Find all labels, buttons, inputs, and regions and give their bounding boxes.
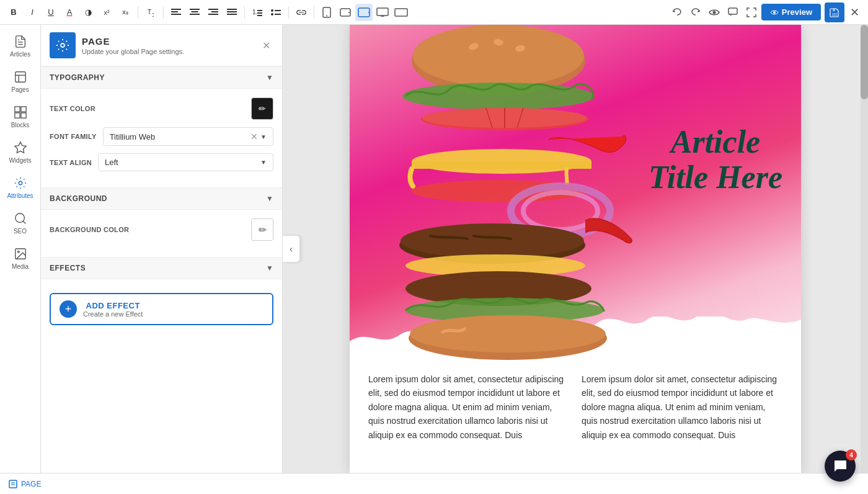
page-header-title: PAGE — [82, 36, 252, 47]
svg-rect-9 — [208, 9, 218, 10]
canvas-scrollbar-track[interactable] — [861, 25, 868, 473]
sidebar-item-widgets[interactable]: Widgets — [3, 136, 38, 169]
text-align-select[interactable]: Left ▼ — [98, 153, 273, 171]
article-title-line2: Title Here — [649, 159, 782, 195]
link-button[interactable] — [293, 4, 310, 21]
text-align-value: Left — [105, 158, 257, 167]
svg-rect-44 — [20, 113, 25, 118]
svg-rect-22 — [275, 14, 281, 15]
align-justify-button[interactable] — [223, 4, 241, 21]
sidebar-page-header: PAGE Update your global Page settings. ✕ — [41, 25, 282, 66]
svg-point-19 — [271, 9, 273, 12]
underline-button[interactable]: U — [42, 4, 60, 21]
typography-section-header[interactable]: TYPOGRAPHY ▼ — [41, 66, 282, 89]
main-area: Articles Pages Blocks W — [0, 25, 868, 473]
nav-pages-label: Pages — [11, 86, 29, 93]
bg-color-swatch[interactable]: ✏ — [251, 218, 273, 241]
svg-point-45 — [19, 181, 22, 185]
nav-attributes-label: Attributes — [7, 192, 33, 199]
device-mobile-button[interactable] — [318, 4, 335, 21]
typography-chevron-icon: ▼ — [266, 73, 273, 82]
add-effect-subtitle: Create a new Effect — [83, 310, 143, 318]
article-title-line1: Article — [649, 124, 782, 159]
bold-button[interactable]: B — [5, 4, 22, 21]
ordered-list-button[interactable]: 1. — [249, 4, 266, 21]
comment-button[interactable] — [724, 4, 742, 21]
text-color-button[interactable]: A — [61, 4, 78, 21]
svg-rect-42 — [20, 107, 25, 112]
svg-rect-17 — [257, 12, 262, 14]
sep1 — [138, 6, 138, 19]
device-widescreen-button[interactable] — [392, 4, 410, 21]
lorem-right: Lorem ipsum dolor sit amet, consectetur … — [582, 372, 782, 442]
svg-point-49 — [17, 251, 19, 253]
sidebar-item-seo[interactable]: SEO — [3, 207, 38, 240]
canvas-scrollbar-thumb[interactable] — [861, 25, 868, 99]
content-section: Lorem ipsum dolor sit amet, consectetur … — [350, 360, 801, 454]
text-align-chevron-icon: ▼ — [260, 159, 267, 166]
align-right-button[interactable] — [205, 4, 222, 21]
device-tablet-landscape-button[interactable] — [355, 4, 373, 21]
svg-rect-12 — [227, 9, 237, 10]
sep5 — [314, 6, 314, 19]
svg-point-24 — [326, 15, 327, 16]
chat-bubble[interactable]: 4 — [825, 451, 856, 482]
svg-point-50 — [61, 43, 64, 47]
save-button[interactable] — [825, 2, 844, 22]
svg-rect-16 — [257, 10, 262, 11]
text-align-row: TEXT ALIGN Left ▼ — [50, 153, 273, 171]
nav-articles-label: Articles — [10, 51, 30, 58]
unordered-list-button[interactable] — [267, 4, 285, 21]
sidebar-item-pages[interactable]: Pages — [3, 65, 38, 98]
article-title-overlay: Article Title Here — [649, 124, 782, 195]
sidebar-item-blocks[interactable]: Blocks — [3, 101, 38, 133]
canvas-area: ‹ — [283, 25, 868, 473]
font-family-value: Titillium Web — [110, 132, 247, 141]
align-left-button[interactable] — [167, 4, 185, 21]
svg-rect-35 — [833, 9, 835, 11]
nav-blocks-label: Blocks — [11, 122, 29, 128]
top-toolbar: B I U A ◑ x² x₂ T 1. — [0, 0, 868, 25]
text-color-swatch[interactable]: ✏ — [251, 97, 273, 120]
text-color-pencil-icon: ✏ — [259, 104, 266, 114]
close-sidebar-button[interactable]: ✕ — [259, 38, 273, 53]
font-family-label: FONT FAMILY — [50, 133, 97, 140]
page-bottom-label[interactable]: PAGE — [9, 480, 41, 488]
toggle-sidebar-arrow[interactable]: ‹ — [283, 235, 300, 263]
subscript-button[interactable]: x₂ — [117, 4, 134, 21]
font-size-up-button[interactable]: T — [142, 4, 159, 21]
background-section-header[interactable]: BACKGROUND ▼ — [41, 187, 282, 210]
eye-button[interactable] — [706, 4, 723, 21]
svg-rect-43 — [14, 113, 19, 118]
font-family-select[interactable]: Titillium Web ✕ ▼ — [103, 127, 273, 146]
preview-button[interactable]: Preview — [761, 4, 821, 20]
hero-section: Article Title Here — [350, 25, 801, 360]
undo-button[interactable] — [668, 4, 686, 21]
sep3 — [244, 6, 245, 19]
close-editor-button[interactable]: ✕ — [846, 4, 863, 21]
icon-nav: Articles Pages Blocks W — [0, 25, 41, 473]
device-tablet-button[interactable] — [337, 4, 354, 21]
font-dropdown-button[interactable]: ▼ — [260, 133, 267, 140]
align-center-button[interactable] — [186, 4, 203, 21]
device-desktop-button[interactable] — [374, 4, 391, 21]
svg-rect-73 — [9, 480, 17, 488]
sidebar-item-articles[interactable]: Articles — [3, 30, 38, 63]
page-icon — [50, 32, 76, 58]
svg-rect-41 — [14, 107, 19, 112]
typography-label: TYPOGRAPHY — [50, 73, 105, 82]
chat-icon — [833, 459, 847, 473]
effects-section-header[interactable]: EFFECTS ▼ — [41, 257, 282, 279]
add-effect-button[interactable]: + ADD EFFECT Create a new Effect — [50, 293, 273, 325]
redo-button[interactable] — [687, 4, 704, 21]
page-bottom-text: PAGE — [21, 480, 41, 488]
highlight-button[interactable]: ◑ — [79, 4, 97, 21]
add-effect-text: ADD EFFECT Create a new Effect — [83, 301, 143, 318]
fullscreen-button[interactable] — [743, 4, 760, 21]
font-clear-button[interactable]: ✕ — [250, 132, 258, 141]
sidebar-item-attributes[interactable]: Attributes — [3, 171, 38, 204]
italic-button[interactable]: I — [24, 4, 41, 21]
sidebar-item-media[interactable]: Media — [3, 242, 38, 275]
superscript-button[interactable]: x² — [98, 4, 115, 21]
svg-rect-29 — [377, 8, 388, 16]
